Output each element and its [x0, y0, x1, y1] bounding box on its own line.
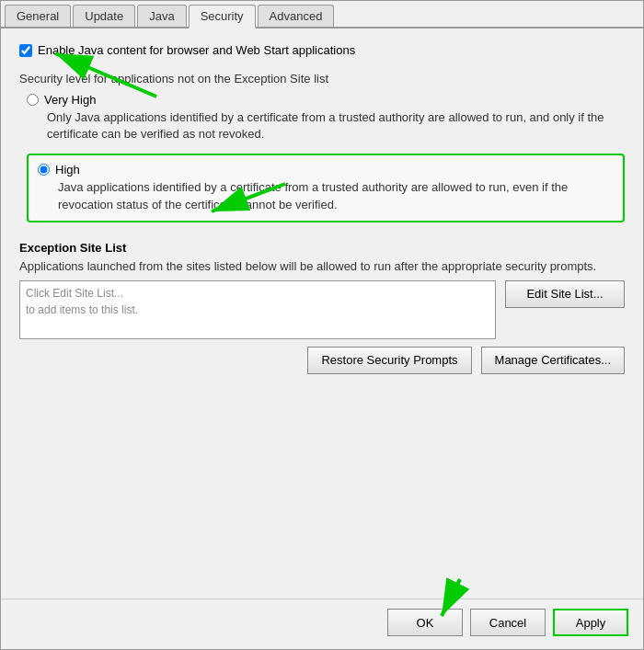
very-high-radio[interactable]: [27, 94, 39, 106]
apply-button[interactable]: Apply: [553, 609, 628, 636]
exception-row: Click Edit Site List... to add items to …: [19, 280, 625, 339]
tab-java[interactable]: Java: [137, 5, 186, 27]
security-level-section: Security level for applications not on t…: [19, 72, 625, 222]
tab-advanced[interactable]: Advanced: [258, 5, 335, 27]
restore-security-prompts-button[interactable]: Restore Security Prompts: [307, 347, 471, 374]
very-high-label: Very High: [44, 93, 96, 107]
security-level-title: Security level for applications not on t…: [19, 72, 625, 86]
exception-desc: Applications launched from the sites lis…: [19, 258, 625, 275]
tab-update[interactable]: Update: [73, 5, 135, 27]
content-area: Enable Java content for browser and Web …: [1, 29, 643, 599]
exception-section: Exception Site List Applications launche…: [19, 241, 625, 374]
cancel-button[interactable]: Cancel: [470, 609, 546, 636]
listbox-placeholder-line1: Click Edit Site List...: [26, 285, 489, 302]
very-high-desc: Only Java applications identified by a c…: [27, 109, 625, 143]
edit-site-list-button[interactable]: Edit Site List...: [505, 280, 625, 308]
bottom-bar: OK Cancel Apply: [1, 599, 643, 649]
enable-java-label: Enable Java content for browser and Web …: [38, 43, 355, 57]
high-radio[interactable]: [38, 164, 50, 176]
very-high-label-row: Very High: [27, 93, 625, 107]
exception-listbox[interactable]: Click Edit Site List... to add items to …: [19, 280, 496, 339]
mid-button-row: Restore Security Prompts Manage Certific…: [19, 347, 625, 374]
high-option: High Java applications identified by a c…: [27, 154, 625, 222]
ok-button[interactable]: OK: [387, 609, 463, 636]
manage-certificates-button[interactable]: Manage Certificates...: [481, 347, 625, 374]
tab-security[interactable]: Security: [189, 5, 256, 29]
tab-bar: General Update Java Security Advanced: [1, 1, 643, 29]
tab-general[interactable]: General: [5, 5, 71, 27]
high-label-row: High: [38, 163, 614, 177]
high-desc: Java applications identified by a certif…: [38, 179, 614, 212]
enable-java-checkbox[interactable]: [19, 44, 32, 57]
high-label: High: [55, 163, 80, 177]
very-high-option: Very High Only Java applications identif…: [27, 93, 625, 143]
java-control-panel-dialog: General Update Java Security Advanced En…: [0, 0, 644, 650]
enable-java-row: Enable Java content for browser and Web …: [19, 43, 625, 57]
exception-title: Exception Site List: [19, 241, 625, 255]
listbox-placeholder-line2: to add items to this list.: [26, 302, 489, 318]
radio-group: Very High Only Java applications identif…: [19, 93, 625, 222]
